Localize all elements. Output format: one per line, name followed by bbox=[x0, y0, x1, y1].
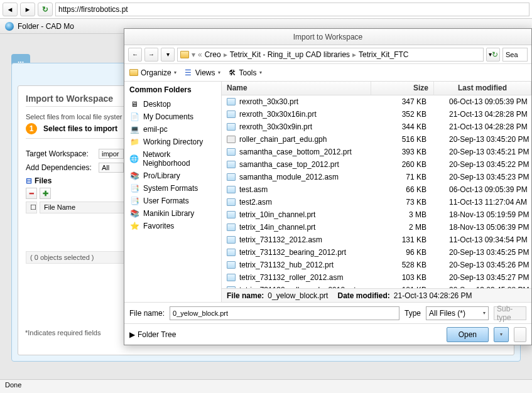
forward-button[interactable]: ► bbox=[20, 3, 35, 16]
folder-tree-toggle[interactable]: ▶ Folder Tree bbox=[129, 330, 442, 339]
file-icon bbox=[227, 274, 236, 281]
col-name[interactable]: Name bbox=[222, 82, 371, 95]
dlg-back-button[interactable]: ← bbox=[128, 48, 142, 62]
file-icon bbox=[227, 148, 236, 156]
file-row[interactable]: tetrix_731132_roller_2012.asm103 KB20-Se… bbox=[222, 271, 531, 284]
breadcrumb[interactable]: ▾« Creo▸ Tetrix_Kit - Ring_it_up CAD lib… bbox=[177, 48, 484, 62]
pc-icon: 💻 bbox=[129, 125, 139, 134]
file-row[interactable]: samantha_case_bottom_2012.prt393 KB20-Se… bbox=[222, 146, 531, 158]
window-status-bar: Done bbox=[0, 379, 532, 393]
workdir-icon: 📁 bbox=[129, 137, 139, 146]
file-row[interactable]: tetrix_731132_roller_axle_2012.prt101 KB… bbox=[222, 284, 531, 288]
file-row[interactable]: samantha_case_top_2012.prt260 KB20-Sep-1… bbox=[222, 158, 531, 171]
add-row-button[interactable]: ✚ bbox=[40, 188, 51, 199]
target-workspace-label: Target Workspace: bbox=[26, 149, 95, 158]
sidebar-item-desktop[interactable]: 🖥Desktop bbox=[124, 98, 221, 110]
desktop-icon: 🖥 bbox=[129, 100, 139, 109]
crumb-0[interactable]: Creo bbox=[205, 50, 221, 59]
file-row[interactable]: test.asm66 KB06-Oct-13 09:05:39 PM bbox=[222, 183, 531, 196]
remove-row-button[interactable]: ━ bbox=[26, 188, 37, 199]
sidebar-item-emil-pc[interactable]: 💻emil-pc bbox=[124, 123, 221, 136]
sidebar-item-system-formats[interactable]: 📑System Formats bbox=[124, 182, 221, 195]
open-button[interactable]: Open bbox=[447, 327, 489, 342]
file-icon bbox=[227, 98, 236, 105]
file-dialog: Import to Workspace ← → ▾ ▾« Creo▸ Tetri… bbox=[124, 28, 532, 345]
type-select[interactable]: All Files (*)▾ bbox=[426, 306, 489, 320]
address-bar[interactable]: https://firstrobotics.pt bbox=[55, 3, 529, 16]
file-icon bbox=[227, 249, 236, 256]
file-icon bbox=[227, 110, 236, 118]
files-checkbox-col[interactable]: ☐ bbox=[26, 202, 37, 213]
wizard-step-1-label: Select files to import bbox=[43, 124, 117, 133]
file-icon bbox=[227, 236, 236, 244]
tools-menu[interactable]: 🛠 Tools▾ bbox=[228, 68, 262, 77]
required-fields-note: *Indicates required fields bbox=[25, 329, 100, 336]
file-row[interactable]: roller_chain_part_edu.gph516 KB20-Sep-13… bbox=[222, 133, 531, 146]
sidebar-header: Common Folders bbox=[124, 84, 221, 98]
reload-button[interactable]: ↻ bbox=[38, 3, 53, 16]
target-workspace-value[interactable]: impor bbox=[99, 149, 124, 159]
dialog-nav: ← → ▾ ▾« Creo▸ Tetrix_Kit - Ring_it_up C… bbox=[124, 45, 531, 64]
file-status-bar: File name:0_yelow_block.prt Date modifie… bbox=[222, 288, 531, 302]
wizard-step-1-icon: 1 bbox=[26, 123, 37, 134]
lib-icon: 📚 bbox=[129, 209, 139, 218]
filename-label: File name: bbox=[129, 309, 165, 318]
file-icon bbox=[227, 223, 236, 231]
sidebar-item-my-documents[interactable]: 📄My Documents bbox=[124, 110, 221, 123]
search-input[interactable]: Sea bbox=[502, 48, 528, 62]
file-pane: Name Size Last modified rexroth_30x30.pr… bbox=[222, 82, 531, 302]
filename-input[interactable] bbox=[170, 306, 399, 320]
crumb-2[interactable]: Tetrix_Kit_FTC bbox=[359, 50, 408, 59]
file-row[interactable]: tetrix_731132_hub_2012.prt528 KB20-Sep-1… bbox=[222, 259, 531, 271]
organize-menu[interactable]: Organize▾ bbox=[129, 68, 176, 77]
dlg-forward-button[interactable]: → bbox=[144, 48, 158, 62]
file-icon bbox=[227, 161, 236, 168]
file-icon bbox=[227, 136, 236, 143]
common-folders-sidebar: Common Folders 🖥Desktop📄My Documents💻emi… bbox=[124, 82, 222, 302]
sidebar-item-user-formats[interactable]: 📑User Formats bbox=[124, 195, 221, 207]
net-icon: 🌐 bbox=[129, 154, 139, 163]
add-deps-value[interactable]: All bbox=[99, 163, 124, 173]
fmt-icon: 📑 bbox=[129, 184, 139, 193]
views-menu[interactable]: ☰ Views▾ bbox=[184, 68, 220, 77]
lib-icon: 📚 bbox=[129, 171, 139, 180]
fav-icon: ⭐ bbox=[129, 222, 139, 230]
file-row[interactable]: rexroth_30x30x9in.prt344 KB21-Oct-13 04:… bbox=[222, 121, 531, 133]
file-columns: Name Size Last modified bbox=[222, 82, 531, 95]
file-row[interactable]: samantha_module_2012.asm71 KB20-Sep-13 0… bbox=[222, 171, 531, 183]
browser-topnav: ◄ ► ↻ https://firstrobotics.pt bbox=[0, 0, 532, 19]
dialog-toolbar: Organize▾ ☰ Views▾ 🛠 Tools▾ bbox=[124, 64, 531, 82]
expand-icon: ▶ bbox=[129, 330, 135, 339]
subtype-select: Sub-type bbox=[494, 306, 526, 320]
file-row[interactable]: rexroth_30x30x16in.prt352 KB21-Oct-13 04… bbox=[222, 108, 531, 121]
file-list[interactable]: rexroth_30x30.prt347 KB06-Oct-13 09:05:3… bbox=[222, 95, 531, 288]
col-modified[interactable]: Last modified bbox=[434, 82, 531, 95]
collapse-icon[interactable]: ⊟ bbox=[26, 176, 32, 185]
crumb-1[interactable]: Tetrix_Kit - Ring_it_up CAD libraries bbox=[230, 50, 350, 59]
dlg-refresh-button[interactable]: ▾↻ bbox=[486, 48, 500, 62]
file-row[interactable]: tetrix_731132_2012.asm131 KB11-Oct-13 09… bbox=[222, 234, 531, 246]
views-icon: ☰ bbox=[184, 68, 193, 77]
file-row[interactable]: tetrix_14in_channel.prt2 MB18-Nov-13 05:… bbox=[222, 221, 531, 234]
folder-icon bbox=[180, 51, 189, 58]
sidebar-item-pro-library[interactable]: 📚Pro/Library bbox=[124, 170, 221, 182]
file-row[interactable]: tetrix_10in_channel.prt3 MB18-Nov-13 05:… bbox=[222, 208, 531, 221]
file-row[interactable]: rexroth_30x30.prt347 KB06-Oct-13 09:05:3… bbox=[222, 95, 531, 108]
file-row[interactable]: test2.asm73 KB11-Oct-13 11:27:04 AM bbox=[222, 196, 531, 208]
sidebar-item-working-directory[interactable]: 📁Working Directory bbox=[124, 136, 221, 148]
file-row[interactable]: tetrix_731132_bearing_2012.prt96 KB20-Se… bbox=[222, 246, 531, 259]
organize-icon bbox=[129, 68, 138, 77]
sidebar-item-manikin-library[interactable]: 📚Manikin Library bbox=[124, 207, 221, 220]
fmt-icon: 📑 bbox=[129, 196, 139, 205]
col-size[interactable]: Size bbox=[371, 82, 434, 95]
open-dropdown-button[interactable]: ▾ bbox=[494, 327, 509, 342]
add-deps-label: Add Dependencies: bbox=[26, 163, 95, 172]
back-button[interactable]: ◄ bbox=[3, 3, 18, 16]
file-icon bbox=[227, 261, 236, 269]
cancel-button[interactable] bbox=[514, 327, 526, 342]
dialog-title: Import to Workspace bbox=[124, 29, 531, 45]
dlg-up-button[interactable]: ▾ bbox=[161, 48, 175, 62]
sidebar-item-favorites[interactable]: ⭐Favorites bbox=[124, 220, 221, 232]
sidebar-item-network-neighborhood[interactable]: 🌐Network Neighborhood bbox=[124, 148, 221, 170]
page-title: Folder - CAD Mo bbox=[18, 22, 74, 31]
